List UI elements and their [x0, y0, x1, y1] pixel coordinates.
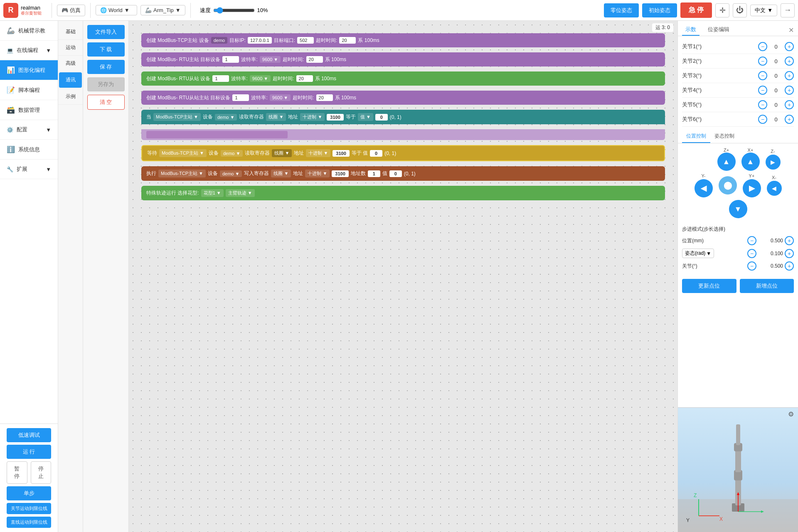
counter-value: 0 — [667, 25, 670, 30]
joint-3-name: 关节3(°) — [682, 72, 707, 79]
world-chevron-icon: ▼ — [124, 7, 130, 13]
block-wait-tcp-condition[interactable]: 等待 ModBus-TCP主站 ▼ 设备 demo ▼ 读取寄存器 线圈 ▼ 地… — [141, 145, 665, 161]
zero-pos-button[interactable]: 零位姿态 — [604, 3, 639, 17]
block-modbus-rtu-slave-master[interactable]: 创建 ModBus- RTU从站主站 目标设备 1 波特率: 9600 ▼ 超时… — [141, 91, 665, 105]
file-download-button[interactable]: 下 载 — [87, 42, 125, 57]
joint-3-plus-button[interactable]: + — [785, 71, 794, 80]
joint-deg-minus-button[interactable]: − — [747, 261, 756, 271]
block-workspace[interactable]: 运 3: 0 创建 ModBus-TCP主站 设备 demo 目标IP: 127… — [129, 21, 677, 532]
joint-6-plus-button[interactable]: + — [785, 115, 794, 124]
z-plus-label: Z+ — [720, 148, 733, 153]
cat-example-label: 示例 — [66, 94, 76, 99]
cat-example[interactable]: 示例 — [58, 89, 83, 105]
x-minus-button[interactable]: ◀ — [767, 181, 782, 196]
pose-dropdown-chevron: ▼ — [706, 251, 711, 256]
sidebar-item-graphical[interactable]: 📊 图形化编程 — [0, 60, 58, 80]
file-clear-button[interactable]: 清 空 — [87, 95, 125, 110]
joint-6-name: 关节6(°) — [682, 116, 707, 123]
power-button[interactable]: ⏻ — [733, 3, 747, 17]
stop-button[interactable]: 停止 — [31, 461, 52, 484]
cat-advanced-label: 高级 — [66, 60, 76, 66]
world-dropdown[interactable]: 🌐 World ▼ — [96, 5, 137, 15]
block-when-tcp-condition-container: 当 ModBus-TCP主站 ▼ 设备 demo ▼ 读取寄存器 线圈 ▼ 地址… — [141, 110, 665, 140]
y-minus-button[interactable]: ◀ — [695, 179, 713, 197]
file-import-button[interactable]: 文件导入 — [87, 25, 125, 39]
joint-step-controls: − 0.500 + — [747, 261, 794, 271]
logout-button[interactable]: → — [781, 3, 795, 17]
joint-6-minus-button[interactable]: − — [758, 115, 767, 124]
tab-pose-control[interactable]: 姿态控制 — [710, 130, 739, 143]
joint-2-plus-button[interactable]: + — [785, 57, 794, 66]
mode-button[interactable]: 🎮 仿真 — [57, 5, 85, 16]
update-point-button[interactable]: 更新点位 — [682, 279, 736, 293]
logo-text-main: realman — [21, 5, 42, 11]
cat-basic-label: 基础 — [66, 29, 76, 34]
tab-pos-edit[interactable]: 位姿编辑 — [704, 24, 733, 36]
joint-3-minus-button[interactable]: − — [758, 71, 767, 80]
joint-1-plus-button[interactable]: + — [785, 42, 794, 51]
step-mode-label: 步进模式(步长选择) — [682, 224, 794, 234]
crosshair-button[interactable]: ✛ — [715, 3, 729, 17]
joint-1-value: 0 — [770, 44, 782, 50]
add-point-button[interactable]: 新增点位 — [740, 279, 794, 293]
joint-5-plus-button[interactable]: + — [785, 100, 794, 109]
run-button[interactable]: 运 行 — [7, 445, 51, 459]
center-button[interactable]: ⬤ — [719, 176, 737, 195]
x-plus-button[interactable]: ▲ — [741, 153, 760, 171]
sidebar-item-arm-teach[interactable]: 🦾 机械臂示教 — [0, 21, 58, 41]
speed-control: 速度 10% — [196, 7, 272, 14]
config-chevron-icon: ▼ — [46, 127, 51, 133]
cat-basic[interactable]: 基础 — [58, 24, 83, 40]
init-pos-button[interactable]: 初始姿态 — [642, 3, 677, 17]
speed-slider[interactable] — [213, 7, 255, 14]
arm-label: Arm_Tip — [153, 7, 174, 13]
joint-deg-plus-button[interactable]: + — [785, 261, 794, 271]
block-modbus-rtu-master-target[interactable]: 创建 ModBus- RTU主站 目标设备 1 波特率: 9600 ▼ 超时时间… — [141, 52, 665, 66]
linear-cycle-button[interactable]: 直线运动到限位线 — [7, 517, 51, 528]
cat-advanced[interactable]: 高级 — [58, 56, 83, 71]
cat-comm[interactable]: 通讯 — [59, 72, 82, 88]
pose-dropdown[interactable]: 姿态(rad) ▼ — [682, 249, 714, 258]
file-save-button[interactable]: 保 存 — [87, 60, 125, 74]
language-button[interactable]: 中文 ▼ — [750, 5, 777, 16]
joint-2-minus-button[interactable]: − — [758, 57, 767, 66]
y-plus-button[interactable]: ▶ — [743, 179, 761, 197]
joint-4-minus-button[interactable]: − — [758, 86, 767, 95]
sidebar-item-data[interactable]: 🗃️ 数据管理 — [0, 100, 58, 120]
down-button[interactable]: ▼ — [729, 200, 747, 218]
slow-debug-button[interactable]: 低速调试 — [7, 428, 51, 442]
block-exec-write-register[interactable]: 执行 ModBus-TCP主站 ▼ 设备 demo ▼ 写入寄存器 线圈 ▼ 地… — [141, 166, 665, 181]
block-special-trajectory[interactable]: 特殊轨迹运行 选择花型: 花型1 ▼ 主臂轨迹 ▼ — [141, 186, 665, 200]
cat-motion[interactable]: 运动 — [58, 40, 83, 56]
z-minus-button[interactable]: ▶ — [766, 155, 781, 170]
sidebar-item-script[interactable]: 📝 脚本编程 — [0, 80, 58, 100]
online-prog-icon: 💻 — [7, 47, 13, 54]
sidebar-item-config[interactable]: ⚙️ 配置 ▼ — [0, 120, 58, 140]
step-button[interactable]: 单步 — [7, 486, 51, 500]
pose-step-controls: − 0.100 + — [747, 249, 794, 258]
arm-dropdown[interactable]: 🦾 Arm_Tip ▼ — [140, 5, 185, 15]
sidebar-item-online-prog[interactable]: 💻 在线编程 ▼ — [0, 41, 58, 60]
sidebar-item-extend[interactable]: 🔧 扩展 ▼ — [0, 160, 58, 179]
pos-minus-button[interactable]: − — [747, 236, 756, 245]
tab-pos-control[interactable]: 位置控制 — [682, 130, 710, 143]
joint-5-value: 0 — [770, 102, 782, 108]
sidebar-item-sysinfo[interactable]: ℹ️ 系统信息 — [0, 140, 58, 160]
sidebar-label-graphical: 图形化编程 — [18, 66, 45, 74]
close-panel-button[interactable]: ✕ — [788, 26, 794, 34]
top-divider-3 — [190, 3, 191, 18]
block-when-tcp-condition[interactable]: 当 ModBus-TCP主站 ▼ 设备 demo ▼ 读取寄存器 线圈 ▼ 地址… — [141, 110, 665, 124]
joint-1-minus-button[interactable]: − — [758, 42, 767, 51]
joint-5-minus-button[interactable]: − — [758, 100, 767, 109]
pose-plus-button[interactable]: + — [785, 249, 794, 258]
joint-4-plus-button[interactable]: + — [785, 86, 794, 95]
emergency-stop-button[interactable]: 急 停 — [680, 2, 712, 18]
block-modbus-tcp-master[interactable]: 创建 ModBus-TCP主站 设备 demo 目标IP: 127.0.0.1 … — [141, 33, 665, 47]
joint-cycle-button[interactable]: 关节运动到限位线 — [7, 503, 51, 514]
z-plus-button[interactable]: ▲ — [717, 153, 736, 171]
block-modbus-rtu-slave[interactable]: 创建 ModBus- RTU从站 设备 1 波特率: 9600 ▼ 超时时间: … — [141, 71, 665, 86]
pause-button[interactable]: 暂停 — [7, 461, 27, 484]
pos-plus-button[interactable]: + — [785, 236, 794, 245]
pose-minus-button[interactable]: − — [747, 249, 756, 258]
tab-params[interactable]: 示数 — [682, 24, 699, 36]
